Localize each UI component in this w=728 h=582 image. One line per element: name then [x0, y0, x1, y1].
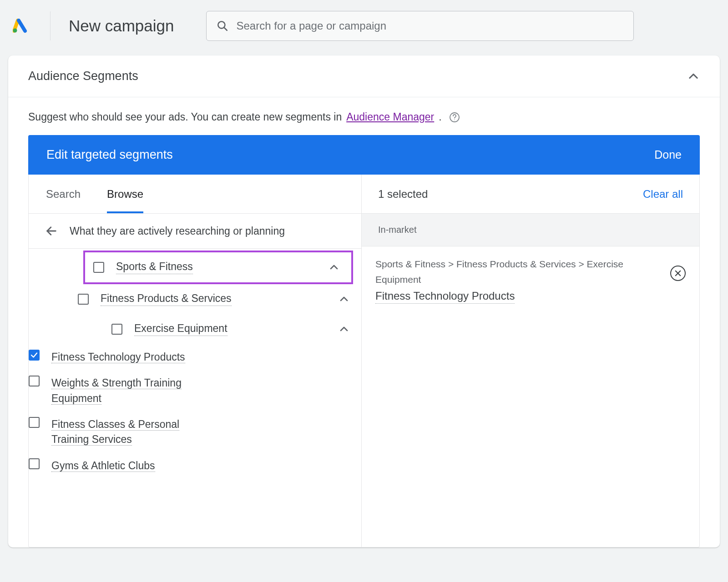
edit-segments-bar: Edit targeted segments Done	[28, 135, 700, 175]
checkbox-fitness-classes[interactable]	[29, 417, 40, 428]
card-title: Audience Segments	[28, 69, 138, 83]
header-divider	[50, 11, 51, 40]
inmarket-label: In-market	[362, 214, 699, 246]
segments-panel: Search Browse What they are actively res…	[28, 175, 700, 547]
top-bar: New campaign	[0, 0, 728, 55]
node-sports-fitness[interactable]: Sports & Fitness	[85, 252, 351, 282]
label-fitness-products: Fitness Products & Services	[101, 292, 232, 306]
selection-column: 1 selected Clear all In-market Sports & …	[362, 175, 699, 547]
checkbox-fitness-products[interactable]	[78, 294, 89, 305]
page-title: New campaign	[69, 17, 174, 35]
node-fitness-tech[interactable]: Fitness Technology Products	[29, 344, 361, 370]
selected-count: 1 selected	[378, 188, 428, 201]
selection-header: 1 selected Clear all	[362, 175, 699, 214]
browse-column: Search Browse What they are actively res…	[29, 175, 362, 547]
search-input[interactable]	[237, 20, 623, 32]
audience-manager-link[interactable]: Audience Manager	[346, 111, 434, 123]
tab-browse[interactable]: Browse	[107, 188, 143, 213]
chevron-up-icon[interactable]	[329, 262, 339, 273]
tabs: Search Browse	[29, 175, 361, 214]
checkbox-gyms[interactable]	[29, 458, 40, 469]
suggest-text-suffix: .	[439, 111, 441, 123]
node-fitness-classes[interactable]: Fitness Classes & Personal Training Serv…	[29, 411, 361, 453]
suggest-text-row: Suggest who should see your ads. You can…	[8, 97, 720, 135]
label-fitness-classes: Fitness Classes & Personal Training Serv…	[51, 418, 179, 446]
search-icon	[217, 20, 228, 32]
help-icon[interactable]	[449, 112, 460, 123]
label-sports-fitness: Sports & Fitness	[116, 261, 193, 274]
chevron-up-icon[interactable]	[339, 294, 349, 305]
highlight-sports-fitness: Sports & Fitness	[83, 251, 353, 284]
selected-item-breadcrumb: Sports & Fitness > Fitness Products & Se…	[375, 256, 663, 287]
node-weights[interactable]: Weights & Strength Training Equipment	[29, 370, 361, 411]
search-field[interactable]	[206, 11, 634, 41]
checkbox-weights[interactable]	[29, 376, 40, 386]
label-weights: Weights & Strength Training Equipment	[51, 377, 182, 404]
browse-breadcrumb: What they are actively researching or pl…	[29, 214, 361, 249]
node-gyms[interactable]: Gyms & Athletic Clubs	[29, 453, 361, 479]
label-exercise-equipment: Exercise Equipment	[134, 322, 228, 336]
card-header: Audience Segments	[8, 55, 720, 97]
chevron-up-icon[interactable]	[339, 324, 349, 335]
label-fitness-tech: Fitness Technology Products	[51, 351, 185, 363]
google-ads-logo	[13, 19, 27, 33]
category-tree: Sports & Fitness Fitness Products & Serv…	[29, 249, 361, 483]
svg-point-0	[13, 29, 17, 33]
svg-line-2	[224, 27, 227, 30]
label-gyms: Gyms & Athletic Clubs	[51, 460, 155, 472]
collapse-card-button[interactable]	[687, 70, 700, 83]
suggest-text-prefix: Suggest who should see your ads. You can…	[28, 111, 342, 123]
svg-point-4	[454, 119, 455, 120]
selected-item: Sports & Fitness > Fitness Products & Se…	[362, 246, 699, 314]
node-fitness-products[interactable]: Fitness Products & Services	[29, 284, 361, 314]
checkbox-fitness-tech[interactable]	[29, 350, 40, 361]
done-button[interactable]: Done	[654, 148, 682, 161]
remove-selection-button[interactable]	[670, 266, 686, 281]
checkbox-sports-fitness[interactable]	[93, 262, 104, 273]
node-exercise-equipment[interactable]: Exercise Equipment	[29, 314, 361, 344]
tab-search[interactable]: Search	[46, 188, 81, 213]
breadcrumb-text: What they are actively researching or pl…	[70, 225, 285, 237]
edit-segments-title: Edit targeted segments	[46, 148, 173, 162]
audience-segments-card: Audience Segments Suggest who should see…	[8, 55, 720, 547]
checkbox-exercise-equipment[interactable]	[111, 324, 122, 335]
selected-item-name: Fitness Technology Products	[375, 290, 515, 304]
clear-all-button[interactable]: Clear all	[643, 188, 683, 201]
back-arrow-icon[interactable]	[45, 225, 58, 237]
